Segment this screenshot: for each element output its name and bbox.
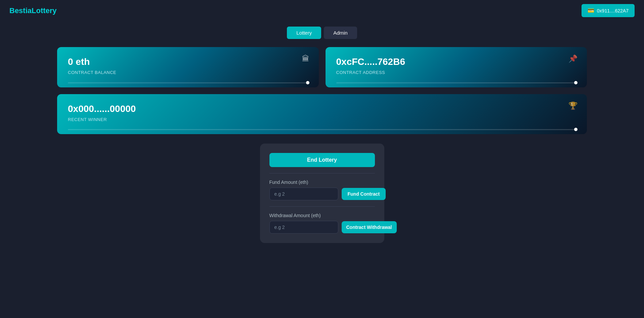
brand-logo: BestiaLottery — [9, 6, 57, 15]
withdrawal-amount-label: Withdrawal Amount (eth) — [269, 213, 375, 218]
navigation: Lottery Admin — [0, 21, 644, 47]
fund-contract-button[interactable]: Fund Contract — [342, 188, 386, 200]
fund-amount-input[interactable] — [269, 188, 338, 200]
recent-winner-progress-dot — [574, 128, 577, 131]
divider-2 — [269, 206, 375, 207]
cards-row-1: 🏛 0 eth CONTRACT BALANCE 📌 0xcFC.....762… — [0, 47, 644, 87]
cards-row-2: 🏆 0x000......00000 RECENT WINNER — [0, 94, 644, 134]
contract-address-label: CONTRACT ADDRESS — [336, 70, 576, 75]
withdrawal-amount-row: Contract Withdrawal — [269, 221, 375, 234]
trophy-icon: 🏆 — [568, 102, 577, 110]
recent-winner-card: 🏆 0x000......00000 RECENT WINNER — [57, 94, 587, 134]
recent-winner-progress — [68, 129, 577, 130]
nav-admin-button[interactable]: Admin — [324, 27, 357, 39]
action-panel: End Lottery Fund Amount (eth) Fund Contr… — [260, 144, 384, 243]
pin-icon: 📌 — [568, 54, 577, 63]
contract-address-progress-dot — [574, 81, 577, 84]
contract-balance-value: 0 eth — [68, 56, 308, 67]
contract-balance-label: CONTRACT BALANCE — [68, 70, 308, 75]
nav-lottery-button[interactable]: Lottery — [287, 27, 321, 39]
contract-address-value: 0xcFC.....762B6 — [336, 56, 576, 67]
bank-icon: 🏛 — [302, 54, 309, 63]
header: BestiaLottery 💳 0x911....622A7 — [0, 0, 644, 21]
recent-winner-value: 0x000......00000 — [68, 104, 576, 114]
divider-1 — [269, 173, 375, 173]
contract-withdrawal-button[interactable]: Contract Withdrawal — [342, 221, 397, 233]
contract-address-card: 📌 0xcFC.....762B6 CONTRACT ADDRESS — [326, 47, 587, 87]
contract-balance-progress — [68, 82, 309, 83]
contract-address-progress — [336, 82, 578, 83]
contract-balance-card: 🏛 0 eth CONTRACT BALANCE — [57, 47, 319, 87]
fund-amount-label: Fund Amount (eth) — [269, 180, 375, 185]
contract-balance-progress-dot — [306, 81, 309, 84]
end-lottery-button[interactable]: End Lottery — [269, 153, 375, 167]
wallet-button[interactable]: 💳 0x911....622A7 — [582, 4, 635, 17]
action-panel-wrapper: End Lottery Fund Amount (eth) Fund Contr… — [0, 144, 644, 256]
wallet-icon: 💳 — [588, 7, 594, 14]
withdrawal-amount-input[interactable] — [269, 221, 338, 234]
wallet-address: 0x911....622A7 — [597, 8, 629, 13]
recent-winner-label: RECENT WINNER — [68, 117, 576, 122]
fund-amount-row: Fund Contract — [269, 188, 375, 200]
